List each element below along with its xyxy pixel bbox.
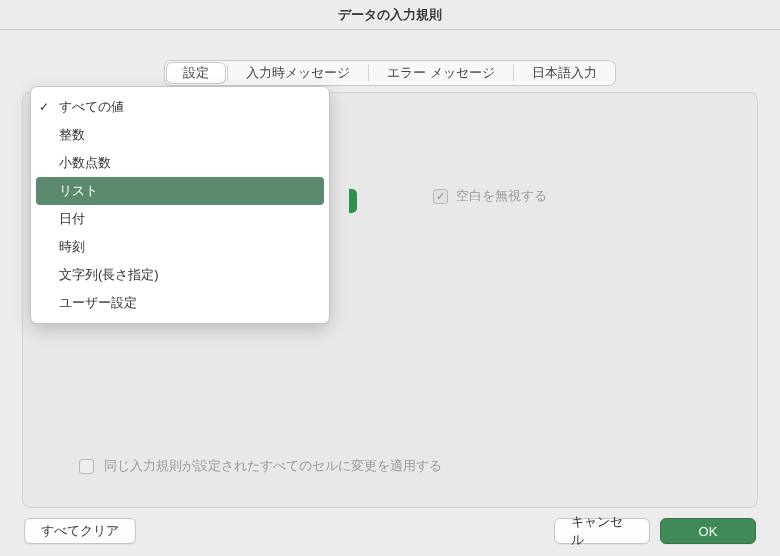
- tab-ime[interactable]: 日本語入力: [514, 61, 615, 85]
- allow-menu-item-label: ユーザー設定: [59, 294, 137, 312]
- clear-all-button[interactable]: すべてクリア: [24, 518, 136, 544]
- apply-changes-checkbox[interactable]: [79, 459, 94, 474]
- ok-button[interactable]: OK: [660, 518, 756, 544]
- allow-menu-item[interactable]: 整数: [31, 121, 329, 149]
- ignore-blank-row: ✓ 空白を無視する: [433, 187, 547, 205]
- cancel-button[interactable]: キャンセル: [554, 518, 650, 544]
- ignore-blank-checkbox[interactable]: ✓: [433, 189, 448, 204]
- allow-menu-item-label: 整数: [59, 126, 85, 144]
- apply-changes-row: 同じ入力規則が設定されたすべてのセルに変更を適用する: [79, 457, 442, 475]
- allow-menu-item[interactable]: 時刻: [31, 233, 329, 261]
- tab-error-message[interactable]: エラー メッセージ: [369, 61, 513, 85]
- ignore-blank-label: 空白を無視する: [456, 187, 547, 205]
- allow-menu-item-label: 文字列(長さ指定): [59, 266, 159, 284]
- dialog-body: 設定 入力時メッセージ エラー メッセージ 日本語入力 条件の設定 許可: ✓: [0, 30, 780, 556]
- allow-menu-item-label: 時刻: [59, 238, 85, 256]
- tab-bar: 設定 入力時メッセージ エラー メッセージ 日本語入力: [22, 60, 758, 86]
- check-icon: ✓: [39, 100, 49, 114]
- dialog-title: データの入力規則: [0, 0, 780, 30]
- ok-label: OK: [699, 524, 718, 539]
- apply-changes-label: 同じ入力規則が設定されたすべてのセルに変更を適用する: [104, 457, 442, 475]
- allow-menu-item[interactable]: 小数点数: [31, 149, 329, 177]
- allow-menu-item-label: 日付: [59, 210, 85, 228]
- tab-ime-label: 日本語入力: [532, 64, 597, 82]
- dialog-title-text: データの入力規則: [338, 6, 442, 24]
- dialog-footer: すべてクリア キャンセル OK: [22, 508, 758, 544]
- allow-menu-item-label: リスト: [59, 182, 98, 200]
- allow-popup-menu[interactable]: ✓すべての値整数小数点数リスト日付時刻文字列(長さ指定)ユーザー設定: [30, 86, 330, 324]
- tab-error-message-label: エラー メッセージ: [387, 64, 495, 82]
- clear-all-label: すべてクリア: [41, 522, 119, 540]
- allow-menu-item[interactable]: 日付: [31, 205, 329, 233]
- allow-menu-item[interactable]: リスト: [36, 177, 324, 205]
- allow-menu-item-label: すべての値: [59, 98, 124, 116]
- tab-settings-label: 設定: [183, 64, 209, 82]
- allow-menu-item[interactable]: ユーザー設定: [31, 289, 329, 317]
- tab-input-message[interactable]: 入力時メッセージ: [228, 61, 368, 85]
- allow-menu-item-label: 小数点数: [59, 154, 111, 172]
- allow-dropdown-edge: [349, 189, 357, 213]
- tab-input-message-label: 入力時メッセージ: [246, 64, 350, 82]
- cancel-label: キャンセル: [571, 513, 633, 549]
- allow-menu-item[interactable]: 文字列(長さ指定): [31, 261, 329, 289]
- tab-segmented-control: 設定 入力時メッセージ エラー メッセージ 日本語入力: [164, 60, 616, 86]
- allow-menu-item[interactable]: ✓すべての値: [31, 93, 329, 121]
- tab-settings[interactable]: 設定: [166, 62, 226, 84]
